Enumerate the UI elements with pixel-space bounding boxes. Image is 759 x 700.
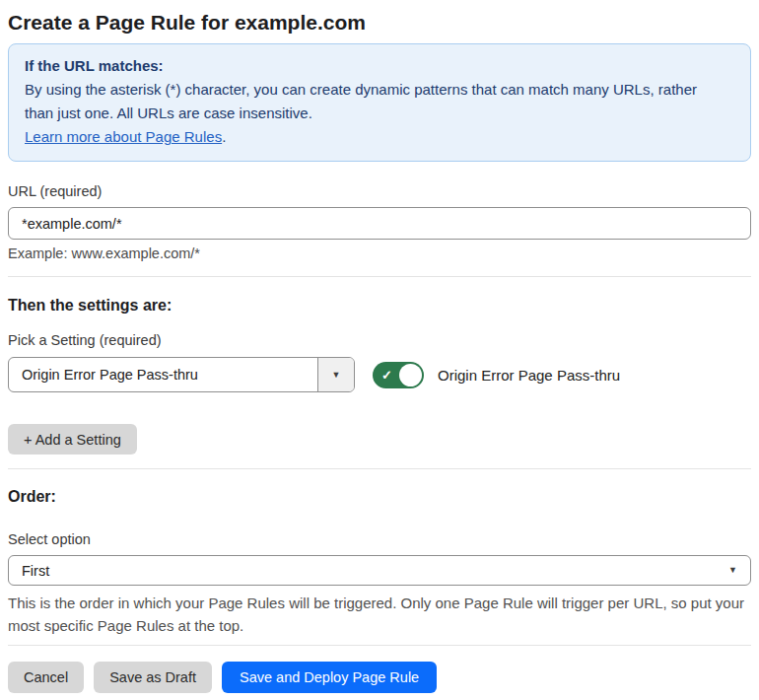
check-icon: ✓ (381, 367, 392, 384)
save-and-deploy-button[interactable]: Save and Deploy Page Rule (222, 662, 437, 693)
page-rule-form: Create a Page Rule for example.com If th… (0, 8, 759, 693)
learn-more-link[interactable]: Learn more about Page Rules (25, 128, 222, 145)
chevron-down-icon: ▼ (332, 371, 341, 380)
setting-dropdown-value: Origin Error Page Pass-thru (9, 358, 317, 391)
info-box-heading: If the URL matches: (25, 54, 734, 78)
order-section-heading: Order: (8, 487, 751, 507)
order-select-value: First (22, 563, 728, 579)
link-suffix: . (222, 128, 226, 145)
settings-section-heading: Then the settings are: (8, 296, 751, 315)
order-select[interactable]: First ▼ (8, 555, 751, 586)
setting-toggle[interactable]: ✓ (373, 362, 424, 388)
url-field-label: URL (required) (8, 183, 751, 200)
info-box-body: By using the asterisk (*) character, you… (25, 78, 720, 125)
cancel-button[interactable]: Cancel (8, 662, 84, 693)
setting-dropdown-arrow-button[interactable]: ▼ (317, 358, 354, 391)
add-setting-button[interactable]: + Add a Setting (8, 424, 137, 455)
divider (8, 276, 751, 277)
order-select-label: Select option (8, 531, 751, 548)
setting-row: Origin Error Page Pass-thru ▼ ✓ Origin E… (8, 357, 751, 392)
chevron-down-icon: ▼ (728, 566, 737, 575)
divider (8, 468, 751, 469)
toggle-knob (399, 364, 422, 386)
url-match-info-box: If the URL matches: By using the asteris… (8, 43, 751, 162)
url-input[interactable] (8, 207, 751, 240)
divider (8, 645, 751, 646)
order-helper-text: This is the order in which your Page Rul… (8, 592, 745, 637)
page-title: Create a Page Rule for example.com (8, 8, 751, 36)
info-box-link-line: Learn more about Page Rules. (25, 125, 734, 149)
setting-dropdown[interactable]: Origin Error Page Pass-thru ▼ (8, 357, 355, 392)
url-example-helper: Example: www.example.com/* (8, 245, 751, 262)
setting-toggle-label: Origin Error Page Pass-thru (438, 367, 620, 384)
footer-actions: Cancel Save as Draft Save and Deploy Pag… (8, 662, 751, 693)
pick-setting-label: Pick a Setting (required) (8, 332, 751, 349)
save-as-draft-button[interactable]: Save as Draft (94, 662, 212, 693)
